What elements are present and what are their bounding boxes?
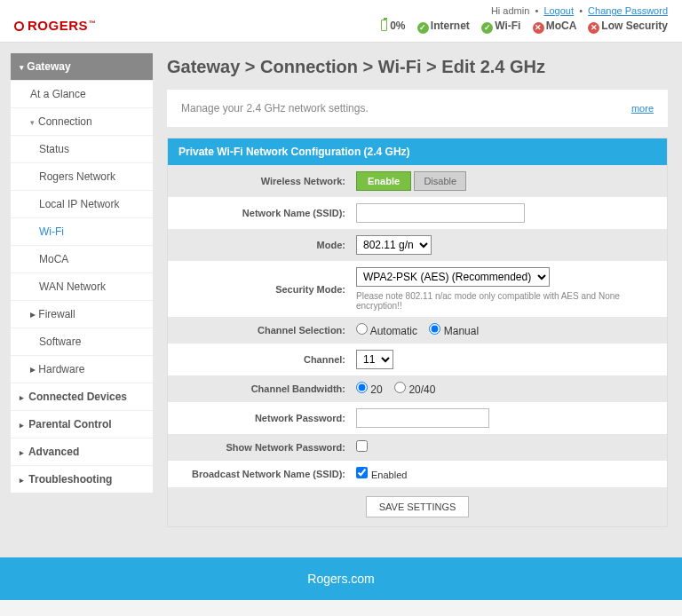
label-mode: Mode:	[178, 240, 356, 250]
broadcast-checkbox[interactable]	[356, 467, 368, 478]
battery-icon	[381, 20, 387, 31]
ssid-input[interactable]	[356, 203, 525, 223]
status-moca: ✕MoCA	[533, 20, 576, 32]
check-icon: ✓	[481, 22, 493, 34]
check-icon: ✓	[417, 22, 429, 34]
row-ssid: Network Name (SSID):	[168, 197, 667, 229]
label-channel: Channel:	[178, 354, 356, 365]
show-password-checkbox[interactable]	[356, 440, 368, 452]
label-password: Network Password:	[178, 413, 356, 423]
sidebar-item-firewall[interactable]: ▸ Firewall	[11, 300, 153, 328]
row-security: Security Mode: WPA2-PSK (AES) (Recommend…	[168, 261, 667, 317]
row-channel: Channel: 11	[168, 344, 667, 375]
radio-manual[interactable]	[429, 323, 440, 335]
label-ssid: Network Name (SSID):	[178, 208, 356, 218]
x-icon: ✕	[533, 22, 544, 34]
radio-bw2040[interactable]	[394, 382, 406, 393]
label-showpw: Show Network Password:	[178, 442, 356, 453]
radio-auto-label[interactable]: Automatic	[356, 325, 417, 337]
password-input[interactable]	[356, 408, 489, 428]
status-row: 0% ✓Internet ✓Wi-Fi ✕MoCA ✕Low Security	[372, 18, 668, 33]
greeting-text: Hi admin	[491, 5, 529, 16]
sidebar-item-troubleshooting[interactable]: ▸ Troubleshooting	[11, 465, 153, 493]
header-bar: Hi admin • Logout • Change Password ROGE…	[0, 0, 682, 43]
sidebar-item-rogers-network[interactable]: Rogers Network	[11, 162, 153, 190]
rogers-circle-icon	[14, 21, 24, 31]
sidebar-item-software[interactable]: Software	[11, 328, 153, 355]
footer: Rogers.com	[0, 557, 682, 600]
mode-select[interactable]: 802.11 g/n	[356, 235, 432, 255]
sidebar: ▾ GatewayAt a GlanceConnectionStatusRoge…	[11, 53, 153, 552]
sidebar-item-status[interactable]: Status	[11, 135, 153, 162]
main-content: Gateway > Connection > Wi-Fi > Edit 2.4 …	[153, 53, 677, 552]
radio-manual-label[interactable]: Manual	[429, 325, 479, 337]
row-password: Network Password:	[168, 402, 667, 434]
security-select[interactable]: WPA2-PSK (AES) (Recommended)	[356, 267, 550, 287]
broadcast-enabled-text: Enabled	[371, 470, 407, 480]
label-security: Security Mode:	[178, 284, 356, 295]
radio-automatic[interactable]	[356, 323, 368, 335]
sidebar-item-local-ip-network[interactable]: Local IP Network	[11, 190, 153, 217]
info-text: Manage your 2.4 GHz network settings.	[181, 102, 369, 115]
sidebar-item-connected-devices[interactable]: ▸ Connected Devices	[11, 383, 153, 410]
x-icon: ✕	[588, 22, 599, 34]
sidebar-item-moca[interactable]: MoCA	[11, 245, 153, 272]
label-broadcast: Broadcast Network Name (SSID):	[178, 469, 356, 479]
disable-button[interactable]: Disable	[414, 171, 466, 191]
sidebar-item-advanced[interactable]: ▸ Advanced	[11, 438, 153, 465]
rogers-logo: ROGERS™	[14, 18, 97, 33]
sidebar-item-wi-fi[interactable]: Wi-Fi	[11, 217, 153, 245]
enable-button[interactable]: Enable	[356, 171, 411, 191]
battery-status: 0%	[381, 20, 405, 32]
sidebar-item-parental-control[interactable]: ▸ Parental Control	[11, 410, 153, 438]
logout-link[interactable]: Logout	[543, 5, 574, 16]
sidebar-header-gateway[interactable]: ▾ Gateway	[11, 53, 153, 80]
row-wireless: Wireless Network: Enable Disable	[168, 165, 667, 197]
header-top: Hi admin • Logout • Change Password	[14, 5, 668, 16]
status-internet: ✓Internet	[417, 20, 470, 32]
wifi-panel: Private Wi-Fi Network Configuration (2.4…	[167, 138, 668, 527]
status-wifi: ✓Wi-Fi	[481, 20, 520, 32]
row-showpw: Show Network Password:	[168, 434, 667, 461]
radio-bw2040-label[interactable]: 20/40	[394, 383, 435, 396]
sidebar-item-connection[interactable]: Connection	[11, 107, 153, 135]
sidebar-item-hardware[interactable]: ▸ Hardware	[11, 355, 153, 383]
label-bandwidth: Channel Bandwidth:	[178, 383, 356, 394]
save-row: SAVE SETTINGS	[168, 487, 667, 526]
breadcrumb: Gateway > Connection > Wi-Fi > Edit 2.4 …	[167, 57, 668, 77]
label-channel-sel: Channel Selection:	[178, 325, 356, 336]
sidebar-item-wan-network[interactable]: WAN Network	[11, 272, 153, 300]
radio-bw20[interactable]	[356, 382, 368, 393]
radio-bw20-label[interactable]: 20	[356, 383, 383, 396]
footer-text: Rogers.com	[307, 572, 374, 586]
row-broadcast: Broadcast Network Name (SSID): Enabled	[168, 461, 667, 487]
save-settings-button[interactable]: SAVE SETTINGS	[366, 496, 470, 517]
more-link[interactable]: more	[631, 103, 654, 114]
row-channel-sel: Channel Selection: Automatic Manual	[168, 317, 667, 344]
info-box: Manage your 2.4 GHz network settings. mo…	[167, 90, 668, 127]
channel-select[interactable]: 11	[356, 350, 393, 369]
security-note: Please note 802.11 n/ac mode only compat…	[356, 291, 656, 311]
row-mode: Mode: 802.11 g/n	[168, 229, 667, 261]
row-bandwidth: Channel Bandwidth: 20 20/40	[168, 375, 667, 402]
change-password-link[interactable]: Change Password	[588, 5, 668, 16]
label-wireless: Wireless Network:	[178, 176, 356, 186]
sidebar-item-at-a-glance[interactable]: At a Glance	[11, 80, 153, 107]
status-security: ✕Low Security	[588, 20, 668, 32]
panel-title: Private Wi-Fi Network Configuration (2.4…	[168, 138, 667, 165]
